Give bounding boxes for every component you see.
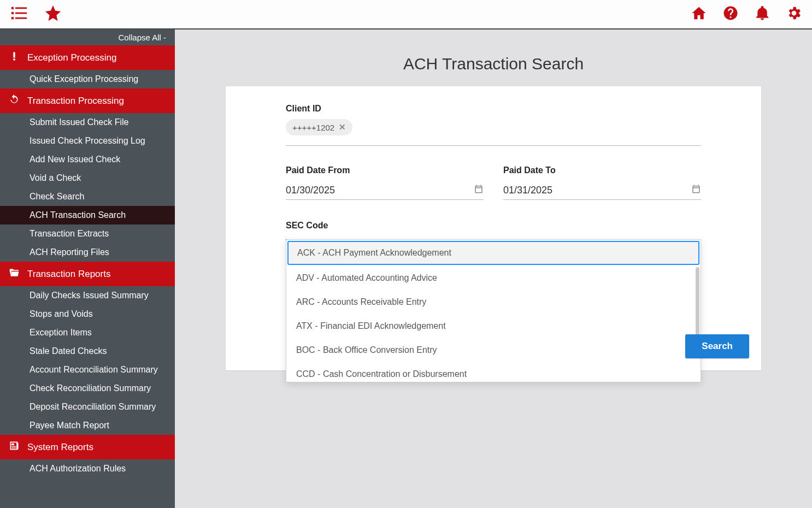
chip-remove-icon[interactable]: ✕	[339, 122, 346, 132]
svg-rect-8	[11, 444, 14, 445]
sec-code-dropdown[interactable]: ACK - ACH Payment Acknowledgement ADV - …	[286, 239, 701, 382]
search-button[interactable]: Search	[685, 334, 749, 358]
nav-item-exception-items[interactable]: Exception Items	[0, 323, 175, 342]
nav-item-add-new-issued-check[interactable]: Add New Issued Check	[0, 150, 175, 169]
svg-rect-0	[11, 7, 14, 9]
paid-date-to-field[interactable]	[503, 181, 701, 200]
nav-item-void-a-check[interactable]: Void a Check	[0, 169, 175, 187]
sidebar: Collapse All - Exception Processing Quic…	[0, 29, 175, 508]
svg-rect-4	[11, 17, 14, 19]
refresh-icon	[9, 94, 20, 108]
nav-item-issued-check-processing-log[interactable]: Issued Check Processing Log	[0, 132, 175, 150]
nav-item-daily-checks-issued-summary[interactable]: Daily Checks Issued Summary	[0, 286, 175, 305]
nav-item-ach-authorization-rules[interactable]: ACH Authorization Rules	[0, 459, 175, 478]
help-icon[interactable]	[722, 5, 739, 23]
star-icon[interactable]	[44, 4, 62, 25]
nav-item-deposit-reconciliation-summary[interactable]: Deposit Reconciliation Summary	[0, 398, 175, 416]
svg-rect-10	[11, 447, 16, 448]
client-id-underline[interactable]	[286, 142, 701, 146]
nav-item-ach-reporting-files[interactable]: ACH Reporting Files	[0, 243, 175, 262]
sec-option-ccd[interactable]: CCD - Cash Concentration or Disbursement	[286, 362, 701, 382]
gear-icon[interactable]	[786, 5, 802, 23]
nav-item-stops-and-voids[interactable]: Stops and Voids	[0, 305, 175, 323]
nav-section-label: Exception Processing	[27, 52, 116, 63]
nav-item-submit-issued-check-file[interactable]: Submit Issued Check File	[0, 113, 175, 132]
paid-date-from-input[interactable]	[286, 185, 474, 196]
nav-item-transaction-extracts[interactable]: Transaction Extracts	[0, 225, 175, 243]
paid-date-from-field[interactable]	[286, 181, 484, 200]
nav-section-label: Transaction Reports	[27, 269, 110, 280]
page-title: ACH Transaction Search	[403, 55, 584, 73]
nav-section-transaction-processing[interactable]: Transaction Processing	[0, 88, 175, 113]
nav-item-ach-transaction-search[interactable]: ACH Transaction Search	[0, 206, 175, 225]
sec-option-atx[interactable]: ATX - Financial EDI Acknowledgement	[286, 314, 701, 338]
svg-rect-9	[11, 446, 16, 447]
nav-item-account-reconciliation-summary[interactable]: Account Reconciliation Summary	[0, 361, 175, 379]
main-content: ACH Transaction Search Client ID +++++12…	[175, 29, 812, 508]
dropdown-scrollbar[interactable]	[696, 267, 699, 381]
nav-item-quick-exception-processing[interactable]: Quick Exception Processing	[0, 70, 175, 88]
nav-section-label: Transaction Processing	[27, 96, 124, 107]
nav-section-system-reports[interactable]: System Reports	[0, 435, 175, 459]
folder-open-icon	[9, 267, 20, 281]
exclamation-icon	[9, 51, 20, 64]
bell-icon[interactable]	[754, 5, 770, 23]
calendar-icon[interactable]	[691, 184, 701, 196]
client-id-label: Client ID	[286, 104, 701, 114]
menu-list-icon[interactable]	[10, 4, 28, 25]
home-icon[interactable]	[691, 5, 707, 23]
sec-option-ack[interactable]: ACK - ACH Payment Acknowledgement	[287, 241, 699, 265]
nav-item-check-reconciliation-summary[interactable]: Check Reconciliation Summary	[0, 379, 175, 398]
paid-date-to-label: Paid Date To	[503, 166, 701, 175]
svg-rect-7	[13, 58, 15, 60]
paid-date-to-input[interactable]	[503, 185, 691, 196]
svg-rect-6	[13, 52, 15, 58]
sec-code-label: SEC Code	[286, 221, 701, 231]
newspaper-icon	[9, 440, 20, 454]
paid-date-from-label: Paid Date From	[286, 166, 484, 175]
top-bar	[0, 0, 812, 29]
svg-rect-1	[15, 7, 27, 9]
svg-rect-2	[11, 12, 14, 14]
calendar-icon[interactable]	[474, 184, 484, 196]
nav-section-exception-processing[interactable]: Exception Processing	[0, 45, 175, 70]
collapse-all-link[interactable]: Collapse All -	[0, 29, 175, 45]
client-id-chip[interactable]: +++++1202 ✕	[286, 119, 352, 135]
client-id-chip-text: +++++1202	[292, 123, 334, 132]
scrollbar-thumb[interactable]	[696, 267, 699, 344]
nav-item-stale-dated-checks[interactable]: Stale Dated Checks	[0, 342, 175, 361]
sec-option-boc[interactable]: BOC - Back Office Conversion Entry	[286, 338, 701, 362]
sec-option-arc[interactable]: ARC - Accounts Receivable Entry	[286, 290, 701, 314]
search-form-card: Client ID +++++1202 ✕ Paid Date From	[226, 86, 761, 370]
nav-item-check-search[interactable]: Check Search	[0, 187, 175, 206]
nav-section-transaction-reports[interactable]: Transaction Reports	[0, 262, 175, 286]
nav-section-label: System Reports	[27, 442, 93, 453]
svg-rect-5	[15, 17, 27, 19]
nav-item-payee-match-report[interactable]: Payee Match Report	[0, 416, 175, 435]
svg-rect-3	[15, 13, 27, 14]
sec-option-adv[interactable]: ADV - Automated Accounting Advice	[286, 266, 701, 290]
